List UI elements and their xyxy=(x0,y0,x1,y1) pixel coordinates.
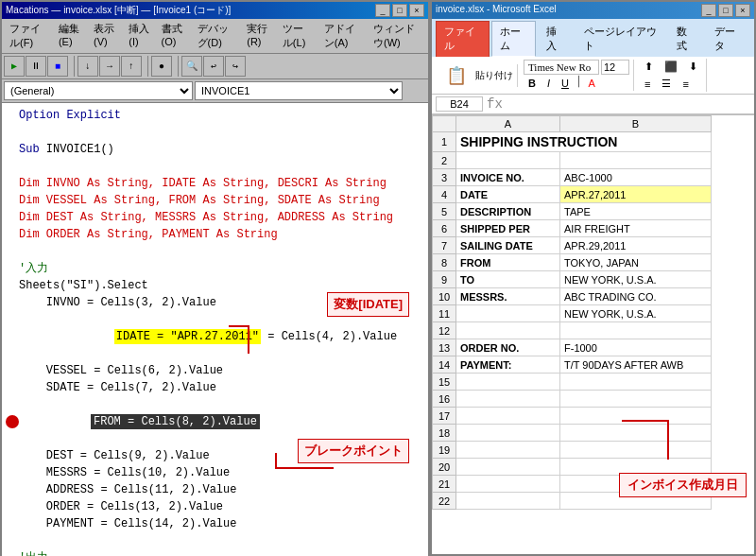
tab-formula[interactable]: 数式 xyxy=(668,21,704,57)
cell-a14[interactable]: PAYMENT: xyxy=(456,356,560,374)
step-into-button[interactable]: ↓ xyxy=(77,56,98,77)
cell-reference-input[interactable] xyxy=(436,96,483,112)
col-a-header[interactable]: A xyxy=(456,116,560,132)
code-dim-line2: Dim VESSEL As String, FROM As String, SD… xyxy=(6,192,424,209)
breakpoint-button[interactable]: ● xyxy=(151,56,172,77)
close-button[interactable]: × xyxy=(409,4,424,17)
step-over-button[interactable]: → xyxy=(99,56,120,77)
align-top[interactable]: ⬆ xyxy=(640,59,658,75)
cell-b13[interactable]: F-1000 xyxy=(560,339,712,356)
cell-a7[interactable]: SAILING DATE xyxy=(456,237,560,254)
cell-b3[interactable]: ABC-1000 xyxy=(560,169,712,186)
tab-home[interactable]: ホーム xyxy=(491,21,536,57)
minimize-button[interactable]: _ xyxy=(375,4,390,17)
cell-a1[interactable]: SHIPPING INSTRUCTION xyxy=(456,132,712,152)
row-11-header[interactable]: 11 xyxy=(433,305,456,322)
menu-debug[interactable]: デバッグ(D) xyxy=(192,21,242,51)
row-7-header[interactable]: 7 xyxy=(433,237,456,254)
cell-b11[interactable]: NEW YORK, U.S.A. xyxy=(560,305,712,322)
cell-b2[interactable] xyxy=(560,152,712,169)
excel-close[interactable]: × xyxy=(735,4,750,17)
row-6-header[interactable]: 6 xyxy=(433,220,456,237)
cell-a2[interactable] xyxy=(456,152,560,169)
menu-insert[interactable]: 挿入(I) xyxy=(123,21,155,51)
align-right[interactable]: ≡ xyxy=(678,76,693,92)
menu-view[interactable]: 表示(V) xyxy=(88,21,123,51)
cell-a6[interactable]: SHIPPED PER xyxy=(456,220,560,237)
row-12-header[interactable]: 12 xyxy=(433,322,456,339)
font-size-input[interactable] xyxy=(601,60,629,75)
cell-b5[interactable]: TAPE xyxy=(560,203,712,220)
menu-format[interactable]: 書式(O) xyxy=(156,21,192,51)
formula-input[interactable] xyxy=(507,98,750,110)
invoice-combo[interactable]: INVOICE1 xyxy=(195,81,403,100)
cell-a11[interactable] xyxy=(456,305,560,322)
stop-button[interactable]: ■ xyxy=(47,56,68,77)
menu-run[interactable]: 実行(R) xyxy=(241,21,277,51)
align-group: ⬆ ⬛ ⬇ ≡ ☰ ≡ xyxy=(636,59,707,92)
row-2-header[interactable]: 2 xyxy=(433,152,456,169)
menu-addin[interactable]: アドイン(A) xyxy=(318,21,368,51)
excel-maximize[interactable]: □ xyxy=(718,4,733,17)
cell-a4[interactable]: DATE xyxy=(456,186,560,203)
row-5-header[interactable]: 5 xyxy=(433,203,456,220)
menu-edit[interactable]: 編集(E) xyxy=(53,21,88,51)
row-4-header[interactable]: 4 xyxy=(433,186,456,203)
cell-b9[interactable]: NEW YORK, U.S.A. xyxy=(560,271,712,288)
cell-b4[interactable]: APR.27,2011 xyxy=(560,186,712,203)
menu-file[interactable]: ファイル(F) xyxy=(4,21,53,51)
step-out-button[interactable]: ↑ xyxy=(121,56,142,77)
cell-a12[interactable] xyxy=(456,322,560,339)
row-1-header[interactable]: 1 xyxy=(433,132,456,152)
cell-b7[interactable]: APR.29,2011 xyxy=(560,237,712,254)
paste-button[interactable]: 📋 xyxy=(439,64,473,87)
excel-minimize[interactable]: _ xyxy=(701,4,716,17)
align-left[interactable]: ≡ xyxy=(640,76,655,92)
cell-b14[interactable]: T/T 90DAYS AFTER AWB xyxy=(560,356,712,374)
code-editor[interactable]: Option Explicit Sub INVOICE1() Dim INVNO… xyxy=(2,103,428,556)
spreadsheet[interactable]: A B 1 SHIPPING INSTRUCTION 2 3 xyxy=(432,114,754,554)
cell-b12[interactable] xyxy=(560,322,712,339)
row-8-header[interactable]: 8 xyxy=(433,254,456,271)
align-center[interactable]: ☰ xyxy=(657,76,676,92)
cell-a10[interactable]: MESSRS. xyxy=(456,288,560,305)
col-b-header[interactable]: B xyxy=(560,116,712,132)
pause-button[interactable]: ⏸ xyxy=(26,56,46,77)
row-14-header[interactable]: 14 xyxy=(433,356,456,374)
tab-page-layout[interactable]: ページレイアウト xyxy=(576,21,666,57)
menu-tools[interactable]: ツール(L) xyxy=(277,21,318,51)
cell-b8[interactable]: TOKYO, JAPAN xyxy=(560,254,712,271)
run-button[interactable]: ▶ xyxy=(4,56,25,77)
tab-insert[interactable]: 挿入 xyxy=(538,21,574,57)
font-name-input[interactable] xyxy=(524,60,599,75)
italic-button[interactable]: I xyxy=(542,76,555,91)
undo-button[interactable]: ↩ xyxy=(203,56,224,77)
arrow-breakpoint-v xyxy=(275,453,277,469)
cell-a13[interactable]: ORDER NO. xyxy=(456,339,560,356)
cell-a9[interactable]: TO xyxy=(456,271,560,288)
row-13-header[interactable]: 13 xyxy=(433,339,456,356)
row-3-header[interactable]: 3 xyxy=(433,169,456,186)
align-middle[interactable]: ⬛ xyxy=(660,59,682,75)
find-button[interactable]: 🔍 xyxy=(181,56,202,77)
align-bottom[interactable]: ⬇ xyxy=(684,59,702,75)
tab-data[interactable]: データ xyxy=(706,21,750,57)
cell-b6[interactable]: AIR FREIGHT xyxy=(560,220,712,237)
cell-a3[interactable]: INVOICE NO. xyxy=(456,169,560,186)
bold-button[interactable]: B xyxy=(524,76,541,91)
row-9-header[interactable]: 9 xyxy=(433,271,456,288)
font-color-button[interactable]: A xyxy=(584,76,600,91)
underline-button[interactable]: U xyxy=(557,76,574,91)
tab-file[interactable]: ファイル xyxy=(436,21,490,57)
code-invno-line: INVNO = Cells(3, 2).Value xyxy=(19,294,216,311)
cell-a5[interactable]: DESCRIPTION xyxy=(456,203,560,220)
col-header-row: A B xyxy=(433,116,712,132)
maximize-button[interactable]: □ xyxy=(392,4,407,17)
cell-a8[interactable]: FROM xyxy=(456,254,560,271)
code-dim-line3: Dim DEST As String, MESSRS As String, AD… xyxy=(6,209,424,226)
redo-button[interactable]: ↪ xyxy=(225,56,246,77)
menu-window[interactable]: ウィンドウ(W) xyxy=(368,21,426,51)
general-combo[interactable]: (General) xyxy=(4,81,193,100)
row-10-header[interactable]: 10 xyxy=(433,288,456,305)
cell-b10[interactable]: ABC TRADING CO. xyxy=(560,288,712,305)
